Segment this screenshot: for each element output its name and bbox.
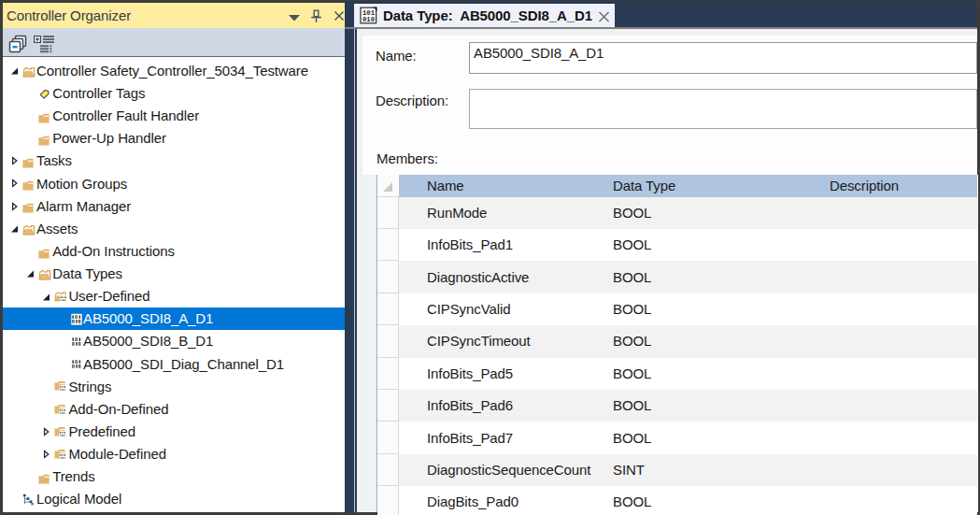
svg-text:010: 010 [362, 15, 375, 22]
